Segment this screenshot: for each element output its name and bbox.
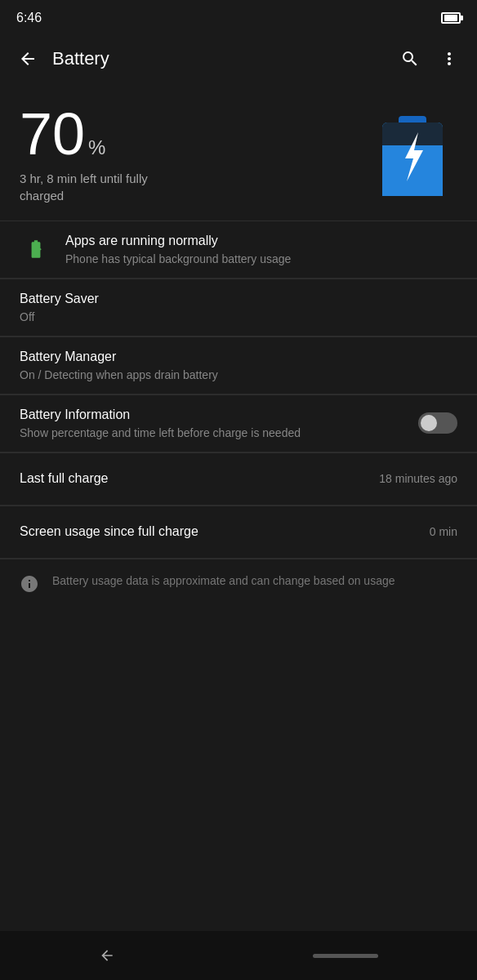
battery-icon-container	[368, 109, 457, 199]
last-full-charge-item[interactable]: Last full charge 18 minutes ago	[0, 453, 477, 506]
app-bar: Battery	[0, 33, 477, 85]
last-full-charge-value: 18 minutes ago	[379, 472, 457, 485]
app-bar-actions	[392, 41, 467, 77]
battery-information-content: Battery Information Show percentage and …	[20, 407, 408, 440]
screen-usage-content: Screen usage since full charge	[20, 523, 423, 541]
battery-saver-title: Battery Saver	[20, 291, 457, 308]
battery-manager-content: Battery Manager On / Detecting when apps…	[20, 349, 457, 382]
last-full-charge-label: Last full charge	[20, 470, 372, 488]
battery-information-toggle[interactable]	[418, 412, 457, 434]
battery-percentage-number: 70	[20, 105, 85, 163]
nav-back-button[interactable]	[99, 947, 115, 964]
last-full-charge-content: Last full charge	[20, 470, 372, 488]
apps-running-item[interactable]: Apps are running normally Phone has typi…	[0, 221, 477, 278]
info-icon	[20, 574, 39, 594]
info-footer: Battery usage data is approximate and ca…	[0, 559, 477, 607]
screen-usage-item[interactable]: Screen usage since full charge 0 min	[0, 506, 477, 559]
battery-manager-title: Battery Manager	[20, 349, 457, 366]
apps-running-content: Apps are running normally Phone has typi…	[65, 233, 457, 266]
apps-running-title: Apps are running normally	[65, 233, 457, 250]
battery-manager-item[interactable]: Battery Manager On / Detecting when apps…	[0, 337, 477, 394]
status-icons	[441, 12, 461, 24]
nav-bar	[0, 931, 477, 980]
battery-information-item[interactable]: Battery Information Show percentage and …	[0, 395, 477, 452]
nav-home-pill[interactable]	[313, 954, 378, 958]
battery-time-left: 3 hr, 8 min left until fully charged	[20, 170, 183, 204]
battery-manager-status: On / Detecting when apps drain battery	[20, 368, 457, 382]
battery-status-icon	[441, 12, 461, 24]
back-button[interactable]	[10, 41, 46, 77]
screen-usage-label: Screen usage since full charge	[20, 523, 423, 541]
status-bar: 6:46	[0, 0, 477, 33]
battery-percentage-unit: %	[88, 136, 105, 159]
battery-saver-content: Battery Saver Off	[20, 291, 457, 324]
status-time: 6:46	[16, 11, 42, 25]
search-button[interactable]	[392, 41, 428, 77]
info-footer-text: Battery usage data is approximate and ca…	[52, 572, 395, 590]
battery-check-icon	[20, 233, 52, 265]
screen-usage-value: 0 min	[430, 525, 457, 538]
battery-percentage: 70 %	[20, 105, 368, 163]
battery-summary: 70 % 3 hr, 8 min left until fully charge…	[0, 85, 477, 220]
battery-charging-graphic	[376, 109, 449, 199]
battery-saver-status: Off	[20, 310, 457, 324]
battery-information-subtitle: Show percentage and time left before cha…	[20, 425, 408, 440]
apps-running-subtitle: Phone has typical background battery usa…	[65, 252, 457, 266]
toggle-thumb	[421, 415, 437, 431]
battery-saver-item[interactable]: Battery Saver Off	[0, 279, 477, 336]
more-options-button[interactable]	[431, 41, 467, 77]
battery-information-toggle-container	[418, 412, 457, 434]
battery-information-title: Battery Information	[20, 407, 408, 424]
page-title: Battery	[52, 48, 392, 69]
battery-text-info: 70 % 3 hr, 8 min left until fully charge…	[20, 105, 368, 204]
